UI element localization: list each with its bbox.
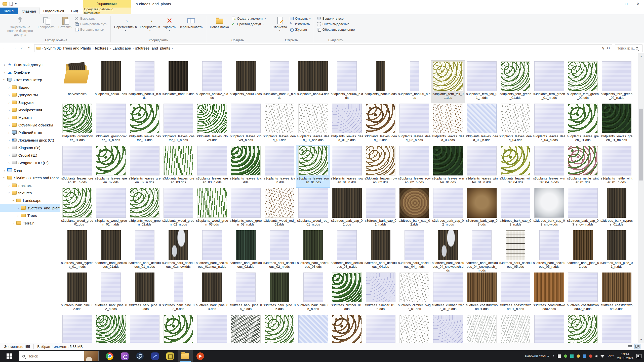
file-item[interactable]: s3dtrees_climber_twigs_01_n.dds	[431, 272, 465, 314]
purple-app-taskbar-button[interactable]	[117, 350, 132, 362]
file-item[interactable]: s3dplants_bark01.dds	[94, 61, 128, 103]
file-item[interactable]: s3dtrees_bark_cypress_01.dds	[600, 187, 633, 230]
new-item-button[interactable]: Создать элемент ▾	[231, 16, 266, 20]
file-item-partial[interactable]	[431, 314, 465, 343]
file-item[interactable]: s3dtrees_bark_pine_01.dds	[566, 230, 600, 272]
file-item[interactable]: s3dplants_fern_green_02_n.dds	[600, 61, 633, 103]
file-item[interactable]: s3dplants_leaves_winter_04_n.dds	[532, 145, 566, 187]
file-item[interactable]: s3dtrees_bark_deciduous_05.dds	[499, 230, 532, 272]
breadcrumb[interactable]: › Skyrim 3D Trees and Plants › textures …	[34, 44, 612, 52]
breadcrumb-item-root[interactable]: Skyrim 3D Trees and Plants	[43, 46, 92, 50]
file-item[interactable]: s3dtrees_bark_pine_05_n.dds	[296, 272, 330, 314]
address-history-icon[interactable]: ∨	[602, 46, 605, 51]
thumbnails-view-button[interactable]	[634, 344, 640, 349]
file-item[interactable]: s3dplants_leaves_clover_n.dds	[229, 103, 263, 145]
file-item[interactable]: s3dplants_leaves_winter_04.dds	[499, 145, 532, 187]
file-item[interactable]: s3dtrees_bark_deciduous_01.dds	[94, 230, 128, 272]
copy-path-button[interactable]: Скопировать путь	[75, 22, 107, 26]
expand-chevron-icon[interactable]: ›	[2, 70, 7, 74]
copy-to-button[interactable]: Копировать в ▾	[138, 15, 162, 32]
blue-app-taskbar-button[interactable]	[147, 350, 163, 362]
file-item[interactable]: s3dplants_bark01_n.dds	[128, 61, 162, 103]
file-item[interactable]: s3dtrees_bark_deciduous_04.dds	[364, 230, 397, 272]
sidebar-item[interactable]: ›OneDrive	[0, 68, 60, 76]
file-item[interactable]: s3dtrees_bark_deciduous_01_n.dds	[128, 230, 162, 272]
file-item[interactable]: s3dtrees_bark_deciduous_02.dds	[229, 230, 263, 272]
search-box[interactable]	[615, 44, 642, 52]
sidebar-item[interactable]: ›Объемные объекты	[0, 121, 60, 129]
file-item[interactable]: s3dplants_groundcover_01.dds	[60, 103, 94, 145]
sidebar-item[interactable]: ›Изображения	[0, 106, 60, 114]
file-item[interactable]: s3dtrees_bark_deciduous_04_snowpatch_n.d…	[465, 230, 499, 272]
file-item[interactable]: s3dplants_fern_green_01_n.dds	[532, 61, 566, 103]
sidebar-item[interactable]: ›Crucial (E:)	[0, 151, 60, 159]
file-item-partial[interactable]	[330, 314, 364, 343]
sidebar-item[interactable]: ›Быстрый доступ	[0, 61, 60, 68]
file-item[interactable]: s3dtrees_bark_cap_03_n.dds	[499, 187, 532, 230]
expand-chevron-icon[interactable]: ›	[3, 77, 7, 82]
expand-chevron-icon[interactable]: ›	[7, 123, 12, 127]
file-item-partial[interactable]	[128, 314, 162, 343]
sidebar-item[interactable]: ›Рабочий стол	[0, 129, 60, 136]
sidebar-item[interactable]: ›meshes	[0, 182, 60, 189]
expand-chevron-icon[interactable]: ›	[7, 161, 12, 165]
hidden-icons-chevron-icon[interactable]: ∧	[552, 354, 555, 358]
move-to-button[interactable]: Переместить в ▾	[113, 15, 138, 32]
sidebar-item[interactable]: ›textures	[0, 189, 60, 197]
yellow-app-taskbar-button[interactable]	[163, 350, 178, 362]
file-item[interactable]: s3dtrees_bark_deciduous_04_n.dds	[397, 230, 431, 272]
forward-button[interactable]: →	[10, 44, 19, 52]
tray-icon-app3[interactable]	[577, 354, 580, 358]
clock[interactable]: 19:44 29.05.2024	[617, 352, 633, 360]
action-center-icon[interactable]	[636, 354, 641, 358]
back-button[interactable]: ←	[0, 44, 10, 52]
file-item[interactable]: s3dplants_leaves_green_02.dds	[94, 145, 128, 187]
file-item[interactable]: s3dplants_leaves_rowan_02_n.dds	[397, 145, 431, 187]
paste-button[interactable]: Вставить	[57, 15, 74, 30]
file-item[interactable]: s3dplants_leaves_castor_01.dds	[128, 103, 162, 145]
file-item[interactable]: s3dtrees_coastdriftwood01_n.dds	[499, 272, 532, 314]
file-item-partial[interactable]	[263, 314, 296, 343]
steam-taskbar-button[interactable]	[132, 350, 147, 362]
close-button[interactable]: ✕	[632, 0, 644, 8]
file-item[interactable]: s3dtrees_bark_deciduous_01snow.dds	[162, 230, 195, 272]
file-item[interactable]: s3dplants_fern_green_01.dds	[499, 61, 532, 103]
file-item[interactable]: s3dplants_weed_green_01.dds	[60, 187, 94, 230]
tray-icon-app2[interactable]	[570, 354, 574, 358]
file-item[interactable]: s3dtrees_bark_deciduous_03.dds	[296, 230, 330, 272]
file-item[interactable]: s3dplants_weed_green_03.dds	[195, 187, 229, 230]
file-item[interactable]: s3dplants_weed_green_03_n.dds	[229, 187, 263, 230]
file-item[interactable]: s3dtrees_bark_deciduous_01snow_n.dds	[195, 230, 229, 272]
sidebar-item[interactable]: ›Skyrim 3D Trees and Plant	[0, 174, 60, 182]
taskbar-search[interactable]: Поиск	[19, 351, 99, 361]
file-item[interactable]: s3dplants_leaves_rowan_01_n.dds	[330, 145, 364, 187]
file-item[interactable]: s3dtrees_bark_pine_04_n.dds	[229, 272, 263, 314]
breadcrumb-item-textures[interactable]: textures	[94, 46, 110, 50]
file-item-partial[interactable]	[499, 314, 532, 343]
file-item[interactable]: s3dtrees_bark_cap_03_snow.dds	[532, 187, 566, 230]
file-item[interactable]: s3dtrees_bark_cap_03_snow_n.dds	[566, 187, 600, 230]
file-item[interactable]: s3dplants_fern_fall_01.dds	[431, 61, 465, 103]
desktop-toolbar[interactable]: Рабочий стол »	[525, 354, 549, 358]
file-explorer-taskbar-button[interactable]	[178, 350, 193, 362]
tray-icon-app1[interactable]	[558, 354, 561, 358]
file-item[interactable]: s3dtrees_coastdriftwood03.dds	[600, 272, 633, 314]
file-item[interactable]: s3dplants_weed_red_01.dds	[263, 187, 296, 230]
file-item[interactable]: s3dplants_bark05.dds	[364, 61, 397, 103]
sidebar-item[interactable]: ›s3dtrees_and_plants	[0, 204, 60, 212]
file-item[interactable]: s3dplants_leaves_winter_01.dds	[431, 145, 465, 187]
select-all-button[interactable]: Выделить все	[317, 16, 355, 20]
file-item[interactable]: s3dplants_bark02_n.dds	[195, 61, 229, 103]
history-button[interactable]: Журнал	[290, 27, 311, 31]
desktop-toolbar-chevron-icon[interactable]: »	[547, 354, 549, 358]
file-item[interactable]: s3dtrees_bark_deciduous_05_n.dds	[532, 230, 566, 272]
tray-icon-media[interactable]	[589, 354, 592, 358]
breadcrumb-item-landscape[interactable]: Landscape	[111, 46, 132, 50]
sidebar-item[interactable]: ›Загрузки	[0, 99, 60, 106]
expand-chevron-icon[interactable]: ›	[7, 183, 12, 188]
expand-chevron-icon[interactable]: ›	[12, 198, 16, 203]
file-item[interactable]: s3dplants_nettle_winter_01.dds	[566, 145, 600, 187]
properties-quick-icon[interactable]	[10, 2, 13, 6]
recent-locations-icon[interactable]: ∨	[19, 44, 24, 52]
rename-button[interactable]: Переименовать	[177, 15, 204, 30]
